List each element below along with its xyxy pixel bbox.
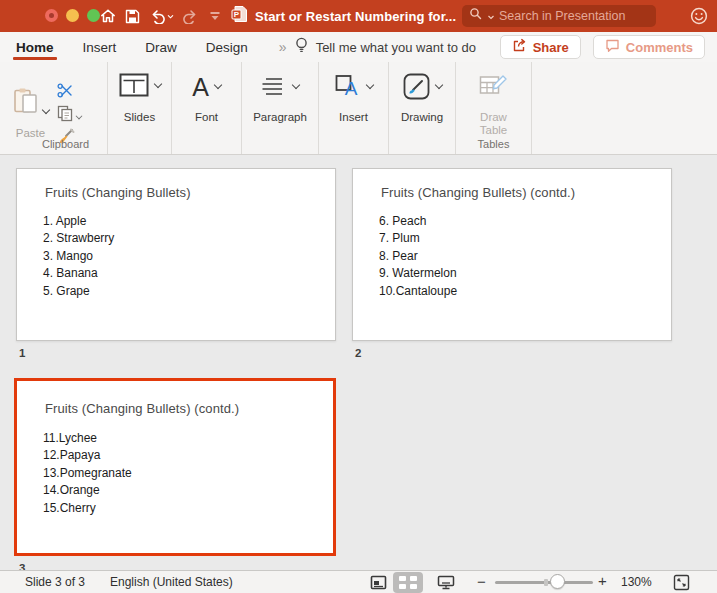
home-icon[interactable] xyxy=(100,8,116,24)
share-button[interactable]: Share xyxy=(500,35,581,59)
title-bar: P Start or Restart Numbering for... xyxy=(0,0,717,32)
insert-label: Insert xyxy=(339,111,368,124)
comment-bubble-icon xyxy=(605,39,620,56)
list-item: 7. Plum xyxy=(379,230,457,247)
search-field[interactable] xyxy=(462,5,656,27)
powerpoint-window: P Start or Restart Numbering for... Home… xyxy=(0,0,717,593)
comments-button[interactable]: Comments xyxy=(593,35,705,59)
list-item: 13.Pomegranate xyxy=(43,465,132,482)
drawing-chevron-icon[interactable] xyxy=(434,81,442,89)
status-bar: Slide 3 of 3 English (United States) − +… xyxy=(0,570,717,593)
font-button[interactable]: A Font xyxy=(172,62,242,154)
list-item: 15.Cherry xyxy=(43,500,132,517)
svg-text:P: P xyxy=(234,10,240,19)
slides-chevron-icon[interactable] xyxy=(153,80,161,88)
slide-thumbnail-2[interactable]: Fruits (Changing Bullets) (contd.) 6. Pe… xyxy=(352,168,672,341)
slides-button[interactable]: Slides xyxy=(108,62,172,154)
share-label: Share xyxy=(533,40,569,55)
copy-chevron-icon[interactable] xyxy=(76,113,83,120)
paste-clipboard-icon xyxy=(12,87,40,121)
minimize-button[interactable] xyxy=(66,9,79,22)
slideshow-view-button[interactable] xyxy=(437,575,455,593)
insert-chevron-icon[interactable] xyxy=(365,81,373,89)
redo-icon[interactable] xyxy=(183,9,199,24)
language-indicator[interactable]: English (United States) xyxy=(110,575,233,589)
ribbon-tab-bar: Home Insert Draw Design » Tell me what y… xyxy=(0,32,717,62)
tab-home[interactable]: Home xyxy=(16,32,54,62)
search-input[interactable] xyxy=(499,9,639,23)
tab-insert[interactable]: Insert xyxy=(83,32,117,62)
slide-sorter-canvas: Fruits (Changing Bullets) 1. Apple 2. St… xyxy=(0,155,717,570)
zoom-window-button[interactable] xyxy=(87,9,100,22)
font-chevron-icon[interactable] xyxy=(214,81,222,89)
list-item: 4. Banana xyxy=(43,265,114,282)
slide-1-number: 1 xyxy=(19,347,25,359)
list-item: 2. Strawberry xyxy=(43,230,114,247)
lightbulb-icon xyxy=(294,36,309,58)
insert-shape-icon: A xyxy=(335,73,361,99)
slide-3-list: 11.Lychee 12.Papaya 13.Pomegranate 14.Or… xyxy=(43,430,132,517)
draw-table-label-line1: Draw xyxy=(480,111,508,124)
copy-button[interactable] xyxy=(57,105,82,122)
tell-me-box[interactable]: » Tell me what you want to do xyxy=(279,36,476,58)
zoom-in-button[interactable]: + xyxy=(598,572,607,589)
drawing-button[interactable]: Drawing xyxy=(389,62,456,154)
font-A-icon: A xyxy=(192,73,209,101)
tell-me-label[interactable]: Tell me what you want to do xyxy=(316,40,476,55)
save-icon[interactable] xyxy=(125,9,140,24)
insert-button[interactable]: A Insert xyxy=(319,62,389,154)
slide-1-title: Fruits (Changing Bullets) xyxy=(45,185,191,200)
slides-label: Slides xyxy=(124,111,155,124)
slide-1-list: 1. Apple 2. Strawberry 3. Mango 4. Banan… xyxy=(43,213,114,300)
list-item: 6. Peach xyxy=(379,213,457,230)
tab-draw[interactable]: Draw xyxy=(145,32,177,62)
normal-view-icon xyxy=(370,575,387,590)
zoom-slider-thumb[interactable] xyxy=(550,574,565,589)
zoom-slider-detent xyxy=(544,579,548,586)
more-tabs-chevrons-icon[interactable]: » xyxy=(279,39,285,55)
comments-label: Comments xyxy=(626,40,693,55)
search-scope-chevron-icon[interactable] xyxy=(487,7,495,25)
list-item: 12.Papaya xyxy=(43,447,132,464)
share-icon xyxy=(512,38,527,56)
fit-slide-to-window-button[interactable] xyxy=(673,574,690,593)
slide-sorter-view-button[interactable] xyxy=(393,572,423,593)
tables-group-label: Tables xyxy=(456,138,531,150)
sorter-square-icon xyxy=(410,576,417,581)
slide-2-number: 2 xyxy=(355,347,361,359)
draw-table-icon xyxy=(479,73,509,100)
slideshow-icon xyxy=(437,575,455,590)
clipboard-group: Paste Clipboard xyxy=(0,62,108,154)
undo-chevron-icon xyxy=(167,13,174,20)
paste-chevron-icon[interactable] xyxy=(42,106,50,114)
slide-3-number: 3 xyxy=(19,562,25,570)
paste-button[interactable]: Paste xyxy=(12,87,49,139)
list-item: 14.Orange xyxy=(43,482,132,499)
list-item: 10.Cantaloupe xyxy=(379,283,457,300)
close-button[interactable] xyxy=(45,9,58,22)
slide-thumbnail-1[interactable]: Fruits (Changing Bullets) 1. Apple 2. St… xyxy=(16,168,336,341)
window-controls xyxy=(45,9,100,22)
copy-icon xyxy=(57,105,73,122)
paragraph-chevron-icon[interactable] xyxy=(292,81,300,89)
draw-table-button[interactable]: Draw Table Tables xyxy=(456,62,532,154)
normal-view-button[interactable] xyxy=(370,575,387,593)
slide-2-list: 6. Peach 7. Plum 8. Pear 9. Watermelon 1… xyxy=(379,213,457,300)
paragraph-button[interactable]: Paragraph xyxy=(242,62,319,154)
drawing-brush-icon xyxy=(403,73,430,100)
search-icon xyxy=(469,7,483,25)
draw-table-label-line2: Table xyxy=(480,124,508,137)
undo-button[interactable] xyxy=(149,9,174,24)
slide-3-title: Fruits (Changing Bullets) (contd.) xyxy=(45,401,239,416)
slide-indicator: Slide 3 of 3 xyxy=(25,575,85,589)
scissors-icon xyxy=(57,83,73,98)
svg-text:A: A xyxy=(344,78,357,99)
feedback-smiley-icon[interactable] xyxy=(690,7,708,29)
cut-button[interactable] xyxy=(57,82,82,99)
list-item: 11.Lychee xyxy=(43,430,132,447)
zoom-level-value[interactable]: 130% xyxy=(621,575,652,589)
tab-design[interactable]: Design xyxy=(206,32,248,62)
quick-access-overflow-icon[interactable] xyxy=(208,9,222,23)
zoom-out-button[interactable]: − xyxy=(477,573,486,590)
slide-thumbnail-3-selected[interactable]: Fruits (Changing Bullets) (contd.) 11.Ly… xyxy=(14,378,336,556)
